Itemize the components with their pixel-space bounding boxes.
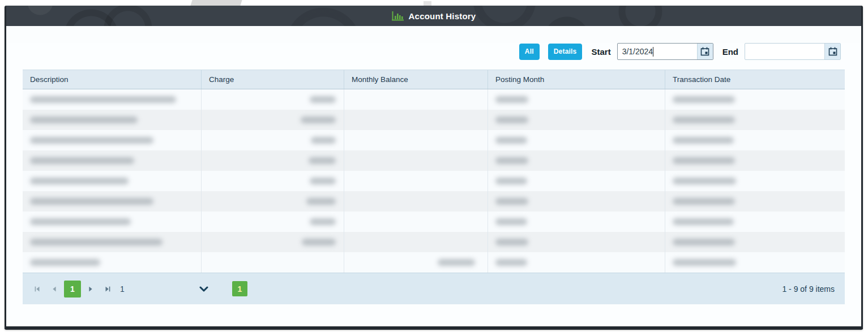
table-cell-redacted xyxy=(488,212,665,232)
table-cell-redacted xyxy=(488,110,665,130)
table-row[interactable] xyxy=(23,191,845,212)
table-cell-redacted xyxy=(202,89,344,110)
table-cell-redacted xyxy=(202,130,344,150)
table-cell-redacted xyxy=(344,232,488,252)
table-cell-redacted xyxy=(202,232,344,252)
pagination-bar: 1 1 1 1 - 9 of 9 items xyxy=(23,273,845,304)
details-button[interactable]: Details xyxy=(548,44,583,60)
bar-chart-icon xyxy=(392,11,404,21)
title-bar: Account History xyxy=(6,6,861,26)
current-page-button[interactable]: 1 xyxy=(64,281,81,297)
table-row[interactable] xyxy=(23,171,845,191)
background-window-artifact xyxy=(424,1,431,6)
column-header-charge[interactable]: Charge xyxy=(202,70,344,89)
table-cell-redacted xyxy=(202,171,344,191)
table-cell-redacted xyxy=(665,89,845,110)
table-cell-redacted xyxy=(665,191,845,212)
end-date-input[interactable] xyxy=(745,44,824,59)
table-cell-redacted xyxy=(488,171,665,191)
table-cell-redacted xyxy=(488,130,665,150)
table-cell-redacted xyxy=(665,150,845,171)
table-cell-redacted xyxy=(665,110,845,130)
start-date-label: Start xyxy=(591,47,610,57)
end-date-picker xyxy=(745,43,841,60)
table-cell-redacted xyxy=(488,191,665,212)
table-cell-redacted xyxy=(344,252,488,273)
table-cell-redacted xyxy=(23,110,202,130)
table-cell-redacted xyxy=(488,89,665,110)
table-cell-redacted xyxy=(23,171,202,191)
table-cell-redacted xyxy=(488,150,665,171)
start-calendar-button[interactable] xyxy=(697,44,713,59)
end-calendar-button[interactable] xyxy=(824,44,840,59)
last-page-icon[interactable] xyxy=(102,283,113,295)
table-cell-redacted xyxy=(344,212,488,232)
column-header-transaction-date[interactable]: Transaction Date xyxy=(665,70,845,89)
calendar-icon xyxy=(700,47,709,56)
start-date-input[interactable] xyxy=(618,44,697,59)
table-row[interactable] xyxy=(23,232,845,252)
table-cell-redacted xyxy=(23,130,202,150)
table-cell-redacted xyxy=(202,191,344,212)
filter-toolbar: All Details Start End xyxy=(6,43,841,60)
page-size-badge[interactable]: 1 xyxy=(232,281,247,296)
table-row[interactable] xyxy=(23,252,845,273)
table-row[interactable] xyxy=(23,130,845,150)
table-row[interactable] xyxy=(23,110,845,130)
page-indicator: 1 xyxy=(120,284,125,294)
column-header-description[interactable]: Description xyxy=(23,70,202,89)
table-cell-redacted xyxy=(665,171,845,191)
account-history-window: Account History All Details Start xyxy=(5,6,863,330)
table-cell-redacted xyxy=(344,171,488,191)
table-cell-redacted xyxy=(665,212,845,232)
table-cell-redacted xyxy=(202,252,344,273)
background-window-artifact xyxy=(190,0,242,6)
page-title: Account History xyxy=(409,11,476,21)
table-cell-redacted xyxy=(202,150,344,171)
grid-header-row: Description Charge Monthly Balance Posti… xyxy=(23,70,845,89)
table-cell-redacted xyxy=(344,110,488,130)
table-row[interactable] xyxy=(23,212,845,232)
table-cell-redacted xyxy=(23,89,202,110)
table-cell-redacted xyxy=(23,150,202,171)
table-cell-redacted xyxy=(344,130,488,150)
table-row[interactable] xyxy=(23,89,845,110)
table-cell-redacted xyxy=(344,191,488,212)
start-date-picker xyxy=(617,43,713,60)
table-cell-redacted xyxy=(23,252,202,273)
next-page-icon[interactable] xyxy=(85,283,96,295)
table-cell-redacted xyxy=(344,89,488,110)
chevron-down-icon[interactable] xyxy=(199,286,208,292)
column-header-monthly-balance[interactable]: Monthly Balance xyxy=(344,70,488,89)
table-body xyxy=(23,89,845,273)
items-summary: 1 - 9 of 9 items xyxy=(782,284,835,294)
column-header-posting-month[interactable]: Posting Month xyxy=(488,70,665,89)
account-history-grid: Description Charge Monthly Balance Posti… xyxy=(23,70,845,273)
first-page-icon[interactable] xyxy=(32,283,43,295)
table-cell-redacted xyxy=(23,232,202,252)
table-row[interactable] xyxy=(23,150,845,171)
table-cell-redacted xyxy=(665,252,845,273)
all-button[interactable]: All xyxy=(519,44,540,60)
table-cell-redacted xyxy=(344,150,488,171)
previous-page-icon[interactable] xyxy=(49,283,60,295)
text-caret xyxy=(653,47,653,57)
calendar-icon xyxy=(828,47,837,56)
table-cell-redacted xyxy=(23,212,202,232)
table-cell-redacted xyxy=(488,232,665,252)
table-cell-redacted xyxy=(488,252,665,273)
table-cell-redacted xyxy=(202,110,344,130)
end-date-label: End xyxy=(722,47,738,57)
content-area: All Details Start End xyxy=(6,43,861,330)
table-cell-redacted xyxy=(23,191,202,212)
table-cell-redacted xyxy=(665,130,845,150)
table-cell-redacted xyxy=(665,232,845,252)
table-cell-redacted xyxy=(202,212,344,232)
